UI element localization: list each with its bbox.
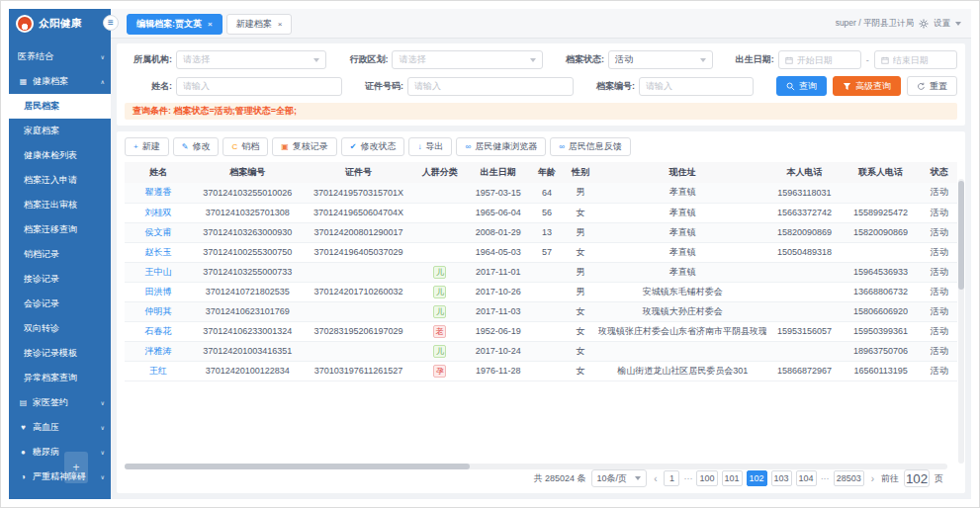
name-field[interactable] xyxy=(183,81,335,91)
table-header-row: 姓名档案编号证件号人群分类出生日期年龄性别现住址本人电话联系人电话状态责任医生 xyxy=(125,162,957,183)
total-count: 共 285024 条 xyxy=(534,472,586,485)
id-number-field[interactable] xyxy=(414,81,567,91)
column-header: 年龄 xyxy=(531,162,563,183)
archive-no-field[interactable] xyxy=(646,81,747,91)
toolbar-edit-button[interactable]: ✎修改 xyxy=(173,137,220,156)
sidebar-item-resident-archives[interactable]: 居民档案 xyxy=(9,94,111,119)
birth-end-field[interactable] xyxy=(893,55,950,65)
search-button[interactable]: 查询 xyxy=(776,76,827,96)
resident-name-link[interactable]: 刘桂双 xyxy=(125,203,192,222)
pager-page-103[interactable]: 103 xyxy=(771,470,792,486)
birth-date-cell: 1965-06-04 xyxy=(466,203,531,222)
vertical-scrollbar[interactable] xyxy=(958,179,964,464)
sidebar-item-reception-template[interactable]: 接诊记录模板 xyxy=(9,341,111,366)
age-cell xyxy=(531,301,563,321)
sidebar-item-diabetes[interactable]: ●糖尿病∨ xyxy=(9,440,111,465)
toolbar-resident-health-browser-button[interactable]: ∞居民健康浏览器 xyxy=(456,137,546,156)
contact-phone-cell: 18963750706 xyxy=(843,341,920,361)
horizontal-scrollbar[interactable] xyxy=(125,464,947,469)
toolbar-new-button[interactable]: +新建 xyxy=(125,137,169,156)
resident-name-link[interactable]: 侯文甫 xyxy=(125,222,192,242)
page-size-select[interactable]: 10条/页 xyxy=(591,469,648,487)
column-header: 联系人电话 xyxy=(843,162,920,183)
sidebar-item-family-doctor-contract[interactable]: ▤家医签约∨ xyxy=(9,390,111,415)
contact-phone-cell: 15589925472 xyxy=(843,203,920,222)
resident-name-link[interactable]: 王中山 xyxy=(125,262,192,282)
tab-close-icon[interactable]: × xyxy=(208,20,213,29)
resident-name-link[interactable]: 王红 xyxy=(125,361,192,381)
pager-page-100[interactable]: 100 xyxy=(696,470,717,486)
sidebar-item-mental-disorder[interactable]: ◑严重精神障碍∨ xyxy=(9,465,111,489)
pager-page-101[interactable]: 101 xyxy=(722,470,743,486)
resident-name-link[interactable]: 泮雅涛 xyxy=(125,341,192,361)
gear-icon[interactable] xyxy=(919,19,929,29)
region-select[interactable]: 请选择 xyxy=(392,50,542,69)
vertical-scrollbar-thumb[interactable] xyxy=(958,181,964,290)
sidebar-item-archive-move-out[interactable]: 档案迁出审核 xyxy=(9,193,111,217)
sidebar-item-health-archives[interactable]: ▦健康档案∧ xyxy=(9,69,111,94)
birth-start-field[interactable] xyxy=(797,55,854,65)
sidebar-item-archive-move-in[interactable]: 档案迁入申请 xyxy=(9,168,111,193)
resident-name-link[interactable]: 翟遵香 xyxy=(125,183,192,203)
address-cell: 孝直镇 xyxy=(598,262,766,282)
phone-cell xyxy=(766,341,842,361)
org-select[interactable]: 请选择 xyxy=(176,50,326,69)
toolbar-modify-status-button[interactable]: ✔修改状态 xyxy=(341,137,405,156)
sidebar-item-family-archives[interactable]: 家庭档案 xyxy=(9,119,111,143)
archive-no-input[interactable] xyxy=(639,77,754,96)
birth-date-cell: 1976-11-28 xyxy=(466,361,531,381)
sidebar-item-consultation-records[interactable]: 会诊记录 xyxy=(9,292,111,316)
pager-page-102[interactable]: 102 xyxy=(747,470,767,486)
brand-logo-icon xyxy=(16,15,34,33)
sidebar-item-archive-migration-query[interactable]: 档案迁移查询 xyxy=(9,217,111,242)
sidebar-item-exam-list[interactable]: 健康体检列表 xyxy=(9,143,111,168)
table-toolbar: +新建✎修改C销档▣复核记录✔修改状态↓导出∞居民健康浏览器∞居民信息反馈 xyxy=(125,137,957,156)
pager-page-1[interactable]: 1 xyxy=(664,470,679,486)
settings-label[interactable]: 设置 xyxy=(934,18,950,30)
sidebar-item-medical-nursing[interactable]: 医养结合∨ xyxy=(9,44,111,69)
resident-name-link[interactable]: 赵长玉 xyxy=(125,242,192,262)
chevron-down-icon: ∨ xyxy=(101,473,105,480)
prev-page-button[interactable]: ‹ xyxy=(652,473,659,484)
sidebar-item-abnormal-archive-query[interactable]: 异常档案查询 xyxy=(9,366,111,390)
archive-status-select[interactable]: 活动 xyxy=(608,50,713,69)
resident-name-link[interactable]: 仲明其 xyxy=(125,301,192,321)
archive-icon: ▦ xyxy=(18,77,29,86)
id-no-cell: 370124201710260032 xyxy=(303,282,413,301)
status-cell: 活动 xyxy=(920,361,957,381)
address-cell: 安城镇东毛铺村委会 xyxy=(598,282,766,301)
advanced-search-button[interactable]: 高级查询 xyxy=(833,76,901,96)
logo-row: 众阳健康 xyxy=(9,9,111,39)
tab-close-icon[interactable]: × xyxy=(278,20,283,29)
sidebar-collapse-button[interactable]: ≡ xyxy=(103,15,119,31)
resident-name-link[interactable]: 田洪博 xyxy=(125,282,192,301)
table-row: 石春花370124106233001324370283195206197029老… xyxy=(125,321,957,341)
toolbar-resident-feedback-button[interactable]: ∞居民信息反馈 xyxy=(550,137,631,156)
name-input[interactable] xyxy=(176,77,342,96)
gender-cell: 女 xyxy=(563,361,598,381)
sidebar-item-archive-cancel-records[interactable]: 销档记录 xyxy=(9,242,111,267)
goto-page-input[interactable] xyxy=(904,469,930,487)
id-number-input[interactable] xyxy=(407,77,574,96)
reset-button[interactable]: 重置 xyxy=(907,76,957,96)
tab-edit-archive[interactable]: 编辑档案:贾文英 × xyxy=(127,14,223,35)
toolbar-export-button[interactable]: ↓导出 xyxy=(408,137,452,156)
sidebar-item-hypertension[interactable]: ♥高血压∨ xyxy=(9,415,111,440)
birth-date-label: 出生日期: xyxy=(721,53,774,66)
birth-end-input[interactable] xyxy=(874,50,957,69)
tab-new-archive[interactable]: 新建档案 × xyxy=(226,14,293,35)
birth-start-input[interactable] xyxy=(778,50,861,69)
birth-date-cell: 1952-06-19 xyxy=(466,321,531,341)
chevron-down-icon xyxy=(530,58,536,62)
resident-name-link[interactable]: 石春花 xyxy=(125,321,192,341)
pager-page-104[interactable]: 104 xyxy=(796,470,817,486)
next-page-button[interactable]: › xyxy=(869,473,876,484)
horizontal-scrollbar-thumb[interactable] xyxy=(125,464,470,469)
table-row: 王中山370124103255000733儿2017-11-01男孝直镇1596… xyxy=(125,262,957,282)
sidebar-item-two-way-referral[interactable]: 双向转诊 xyxy=(9,316,111,341)
toolbar-review-records-button[interactable]: ▣复核记录 xyxy=(272,137,337,156)
population-tag: 儿 xyxy=(433,345,446,358)
pager-page-28503[interactable]: 28503 xyxy=(834,470,864,486)
toolbar-cancel-archive-button[interactable]: C销档 xyxy=(223,137,268,156)
sidebar-item-reception-records[interactable]: 接诊记录 xyxy=(9,267,111,292)
